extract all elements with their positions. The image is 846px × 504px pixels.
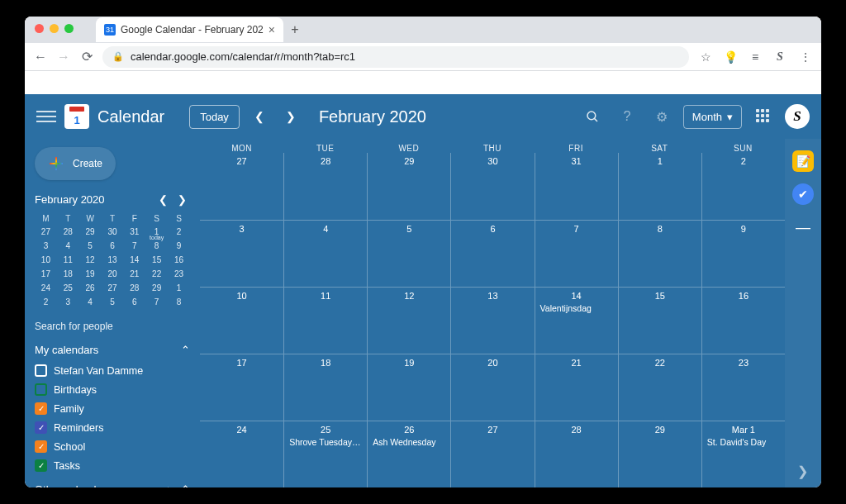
mini-day[interactable]: 10 (35, 253, 57, 267)
minimize-window-button[interactable] (50, 24, 59, 33)
mini-day[interactable]: 24 (35, 281, 57, 295)
calendar-checkbox[interactable] (35, 440, 47, 453)
day-cell[interactable]: 4 (283, 220, 367, 287)
day-cell[interactable]: 1 (618, 153, 701, 220)
day-cell[interactable]: 26Ash Wednesday (367, 421, 450, 487)
day-cell[interactable]: 31 (535, 153, 618, 220)
day-cell[interactable]: 27 (200, 153, 283, 220)
mini-day[interactable]: 28 (57, 225, 79, 239)
next-period-button[interactable]: ❯ (279, 105, 302, 128)
mini-day[interactable]: 27 (35, 225, 57, 239)
calendar-checkbox[interactable] (35, 383, 47, 396)
event-chip[interactable]: Valentijnsdag (539, 302, 615, 314)
account-avatar[interactable]: S (785, 104, 810, 129)
calendar-item[interactable]: School (35, 437, 190, 456)
mini-day[interactable]: 3 (35, 239, 57, 253)
day-cell[interactable]: 24 (200, 421, 283, 487)
mini-day[interactable]: 2 (168, 225, 190, 239)
mini-day[interactable]: 25 (57, 281, 79, 295)
event-chip[interactable]: Ash Wednesday (371, 436, 447, 448)
mini-day[interactable]: 6 (102, 239, 124, 253)
mini-day[interactable]: 7 (145, 295, 168, 309)
close-tab-icon[interactable]: × (269, 23, 275, 36)
mini-next-button[interactable]: ❯ (174, 192, 190, 207)
view-switcher[interactable]: Month ▾ (683, 105, 742, 129)
mini-day[interactable]: 27 (102, 281, 124, 295)
create-button[interactable]: Create (35, 147, 116, 180)
s-extension-icon[interactable]: S (772, 49, 788, 65)
mini-day[interactable]: 15 (145, 253, 168, 267)
hide-side-panel-icon[interactable]: ❯ (797, 464, 808, 479)
mini-day[interactable]: 20 (102, 267, 124, 281)
mini-day[interactable]: 19 (79, 267, 102, 281)
day-cell[interactable]: 30 (450, 153, 534, 220)
day-cell[interactable]: 18 (283, 354, 367, 421)
collapse-other-calendars-icon[interactable]: ⌃ (181, 483, 190, 487)
mini-day[interactable]: 5 (102, 295, 124, 309)
day-cell[interactable]: 17 (200, 354, 283, 421)
day-cell[interactable]: 12 (367, 287, 450, 354)
day-cell[interactable]: 5 (367, 220, 450, 287)
calendar-checkbox[interactable] (35, 421, 47, 434)
day-cell[interactable]: 27 (450, 421, 534, 487)
mini-day[interactable]: 23 (168, 267, 190, 281)
day-cell[interactable]: 15 (618, 287, 701, 354)
mini-day[interactable]: 2 (35, 295, 57, 309)
search-people-input[interactable]: Search for people (35, 321, 190, 332)
calendar-checkbox[interactable] (35, 402, 47, 415)
day-cell[interactable]: 23 (701, 354, 785, 421)
mini-day[interactable]: 29 (79, 225, 102, 239)
day-cell[interactable]: 20 (450, 354, 534, 421)
mini-day[interactable]: 8 (168, 295, 190, 309)
maximize-window-button[interactable] (64, 24, 74, 33)
mini-day[interactable]: 4 (79, 295, 102, 309)
day-cell[interactable]: 28 (283, 153, 367, 220)
address-bar[interactable]: 🔒 calendar.google.com/calendar/r/month?t… (102, 46, 689, 68)
google-apps-icon[interactable] (750, 103, 777, 130)
collapse-my-calendars-icon[interactable]: ⌃ (181, 344, 190, 356)
mini-day[interactable]: 7 (123, 239, 145, 253)
event-chip[interactable]: St. David's Day (706, 436, 782, 448)
main-menu-icon[interactable] (36, 107, 56, 126)
today-button[interactable]: Today (189, 105, 240, 129)
tasks-icon[interactable]: ✔ (792, 183, 814, 205)
browser-tab-active[interactable]: 31 Google Calendar - February 202 × (96, 17, 283, 42)
reload-button[interactable]: ⟳ (79, 50, 94, 64)
mini-day[interactable]: 14 (123, 253, 145, 267)
mini-day[interactable]: 9 (168, 239, 190, 253)
mini-day[interactable]: 30 (102, 225, 124, 239)
day-cell[interactable]: 6 (450, 220, 534, 287)
mini-day[interactable]: 16 (168, 253, 190, 267)
day-cell[interactable]: 29 (367, 153, 450, 220)
browser-menu-icon[interactable]: ⋮ (796, 49, 813, 65)
day-cell[interactable]: 2 (701, 153, 785, 220)
mini-day[interactable]: 1 (168, 281, 190, 295)
mini-day[interactable]: 8 (145, 239, 168, 253)
mini-prev-button[interactable]: ❮ (155, 192, 171, 207)
close-window-button[interactable] (35, 24, 44, 33)
calendar-checkbox[interactable] (35, 364, 47, 377)
day-cell[interactable]: 19 (367, 354, 450, 421)
day-cell[interactable]: 11 (283, 287, 367, 354)
mini-calendar[interactable]: MTWTFSS 27282930311234567891011121314151… (35, 212, 190, 309)
calendar-item[interactable]: Birthdays (35, 380, 190, 399)
mini-day[interactable]: 29 (145, 281, 168, 295)
day-cell[interactable]: 21 (535, 354, 618, 421)
day-cell[interactable]: 13 (450, 287, 534, 354)
day-cell[interactable]: 28 (535, 421, 618, 487)
mini-day[interactable]: 11 (57, 253, 79, 267)
new-tab-button[interactable]: + (283, 18, 307, 41)
day-cell[interactable]: 3 (200, 220, 283, 287)
day-cell[interactable]: Mar 1St. David's Day (701, 421, 785, 487)
calendar-item[interactable]: Family (35, 399, 190, 418)
back-button[interactable]: ← (33, 50, 48, 64)
mini-day[interactable]: 28 (123, 281, 145, 295)
calendar-item[interactable]: Reminders (35, 418, 190, 437)
mini-day[interactable]: 3 (57, 295, 79, 309)
support-icon[interactable]: ? (614, 103, 640, 130)
day-cell[interactable]: 16 (701, 287, 785, 354)
calendar-checkbox[interactable] (35, 459, 47, 472)
event-chip[interactable]: Shrove Tuesday/Mardi Gr (288, 436, 364, 448)
day-cell[interactable]: 9 (701, 220, 785, 287)
search-icon[interactable] (579, 103, 606, 130)
